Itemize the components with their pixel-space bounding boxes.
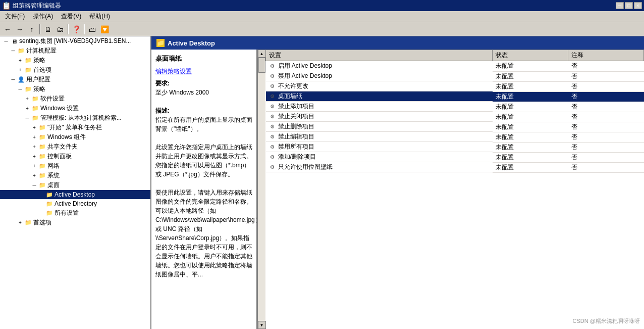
tree-label-wincomp: Windows 组件 (47, 133, 86, 142)
tree-label-start: "开始" 菜单和任务栏 (47, 123, 102, 132)
menu-help[interactable]: 帮助(H) (85, 11, 114, 22)
expand-windows[interactable]: + (23, 106, 31, 111)
minimize-button[interactable]: ─ (616, 2, 624, 9)
tree-item-allsettings[interactable]: 📁 所有设置 (0, 208, 150, 218)
help-button[interactable]: ❓ (71, 24, 82, 35)
scroll-up-button[interactable]: ▲ (258, 50, 266, 58)
table-row[interactable]: ⚙禁用所有项目未配置否 (266, 142, 644, 152)
allsettings-icon: 📁 (45, 209, 53, 217)
computer-icon: 📁 (17, 47, 25, 55)
setting-note: 否 (568, 91, 644, 102)
setting-note: 否 (568, 152, 644, 162)
tree-item-windows[interactable]: + 📁 Windows 设置 (0, 104, 150, 113)
folder-button[interactable]: 🗂 (55, 24, 66, 35)
expand-user[interactable]: ─ (9, 77, 17, 82)
archive-button[interactable]: 🗃 (87, 24, 98, 35)
setting-name: 禁用所有项目 (278, 143, 314, 151)
expand-admin[interactable]: ─ (23, 115, 31, 121)
tree-item-control[interactable]: + 📁 控制面板 (0, 152, 150, 161)
expand-pref2[interactable]: + (16, 220, 24, 225)
close-button[interactable]: × (634, 2, 642, 9)
tree-item-system[interactable]: + 📁 系统 (0, 171, 150, 180)
tree-label-control: 控制面板 (47, 152, 72, 161)
setting-icon: ⚙ (269, 123, 276, 130)
setting-icon: ⚙ (269, 63, 276, 70)
tree-item-pref2[interactable]: + 📁 首选项 (0, 218, 150, 227)
expand-shared[interactable]: + (30, 144, 38, 150)
vertical-scrollbar[interactable]: ▲ ▼ (257, 50, 265, 329)
expand-desktop[interactable]: ─ (30, 182, 38, 188)
scroll-down-button[interactable]: ▼ (258, 321, 266, 329)
menu-view[interactable]: 查看(V) (57, 11, 85, 22)
tree-item-activedesktop[interactable]: 📁 Active Desktop (0, 190, 150, 199)
col-note: 注释 (568, 50, 644, 61)
tree-label-policy2: 策略 (33, 85, 45, 93)
expand-policy1[interactable]: + (16, 58, 24, 63)
tree-item-user[interactable]: ─ 👤 用户配置 (0, 75, 150, 84)
network-icon: 📁 (38, 162, 46, 170)
table-row[interactable]: ⚙启用 Active Desktop未配置否 (266, 61, 644, 72)
expand-root[interactable]: ─ (2, 38, 10, 44)
setting-icon: ⚙ (269, 103, 276, 110)
watermark: CSDN @糯米滋粑啊呀咻呀 (573, 317, 640, 325)
tree-item-admin[interactable]: ─ 📁 管理模板: 从本地计算机检索... (0, 113, 150, 123)
setting-note: 否 (568, 112, 644, 122)
table-row[interactable]: ⚙只允许使用位图壁纸未配置否 (266, 162, 644, 172)
expand-allsettings (37, 210, 45, 216)
setting-icon: ⚙ (269, 73, 276, 80)
scroll-track[interactable] (258, 58, 265, 321)
setting-note: 否 (568, 132, 644, 142)
table-row[interactable]: ⚙禁止添加项目未配置否 (266, 102, 644, 112)
table-row[interactable]: ⚙添加/删除项目未配置否 (266, 152, 644, 162)
tree-item-activedir[interactable]: 📁 Active Directory (0, 199, 150, 208)
setting-note: 否 (568, 61, 644, 72)
menu-file[interactable]: 文件(F) (1, 11, 29, 22)
expand-software[interactable]: + (23, 96, 31, 102)
expand-network[interactable]: + (30, 163, 38, 169)
table-row[interactable]: ⚙不允许更改未配置否 (266, 81, 644, 91)
table-row[interactable]: ⚙禁用 Active Desktop未配置否 (266, 71, 644, 81)
desc-title: 桌面墙纸 (155, 54, 252, 64)
setting-icon: ⚙ (269, 83, 276, 90)
tree-item-policy1[interactable]: + 📁 策略 (0, 56, 150, 65)
tree-item-software[interactable]: + 📁 软件设置 (0, 94, 150, 104)
setting-note: 否 (568, 142, 644, 152)
table-row[interactable]: ⚙禁止编辑项目未配置否 (266, 132, 644, 142)
tree-item-root[interactable]: ─ 🖥 senting.集团 [WIN-V6ED5QJVFB1.SEN... (0, 36, 150, 46)
filter-button[interactable]: 🔽 (99, 24, 110, 35)
doc-button[interactable]: 🗎 (42, 24, 53, 35)
tree-item-pref1[interactable]: + 📁 首选项 (0, 65, 150, 75)
control-icon: 📁 (38, 153, 46, 161)
expand-wincomp[interactable]: + (30, 134, 38, 140)
tree-item-network[interactable]: + 📁 网络 (0, 161, 150, 171)
tree-item-shared[interactable]: + 📁 共享文件夹 (0, 142, 150, 152)
description-panel: 桌面墙纸 编辑策略设置 要求: 至少 Windows 2000 描述: 指定在所… (151, 50, 257, 329)
tree-label-activedir: Active Directory (55, 200, 97, 207)
scroll-thumb[interactable] (258, 58, 265, 73)
tree-item-desktop[interactable]: ─ 📁 桌面 (0, 180, 150, 190)
setting-icon: ⚙ (269, 113, 276, 120)
expand-control[interactable]: + (30, 154, 38, 159)
back-button[interactable]: ← (2, 24, 13, 35)
menu-action[interactable]: 操作(A) (29, 11, 57, 22)
setting-name: 禁止关闭项目 (278, 112, 314, 121)
tree-item-wincomp[interactable]: + 📁 Windows 组件 (0, 132, 150, 142)
setting-icon: ⚙ (269, 133, 276, 140)
up-button[interactable]: ↑ (26, 24, 37, 35)
expand-computer[interactable]: ─ (9, 48, 17, 54)
table-row[interactable]: ⚙禁止删除项目未配置否 (266, 122, 644, 132)
forward-button[interactable]: → (14, 24, 25, 35)
expand-start[interactable]: + (30, 125, 38, 130)
tree-item-start[interactable]: + 📁 "开始" 菜单和任务栏 (0, 123, 150, 132)
edit-policy-link[interactable]: 编辑策略设置 (155, 67, 252, 76)
maximize-button[interactable]: □ (625, 2, 633, 9)
tree-label-system: 系统 (47, 171, 60, 180)
table-row[interactable]: ⚙禁止关闭项目未配置否 (266, 112, 644, 122)
tree-item-computer[interactable]: ─ 📁 计算机配置 (0, 46, 150, 56)
table-row[interactable]: ⚙桌面墙纸未配置否 (266, 91, 644, 102)
expand-pref1[interactable]: + (16, 67, 24, 73)
tree-item-policy2[interactable]: ─ 📁 策略 (0, 84, 150, 94)
expand-policy2[interactable]: ─ (16, 86, 24, 92)
toolbar-separator-1 (39, 24, 40, 34)
expand-system[interactable]: + (30, 173, 38, 178)
